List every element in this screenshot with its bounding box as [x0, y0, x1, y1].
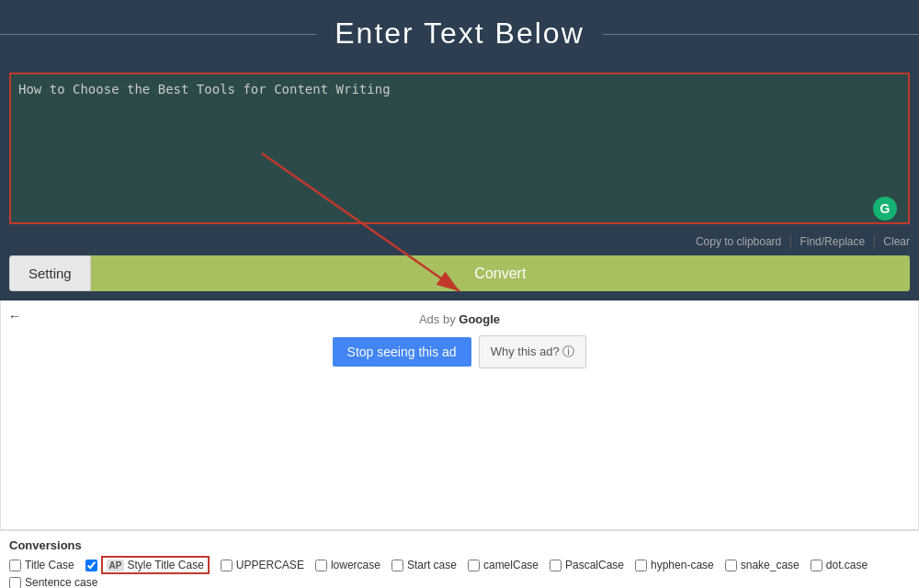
setting-button[interactable]: Setting	[9, 255, 91, 291]
toolbar: Copy to clipboard | Find/Replace | Clear	[0, 228, 919, 255]
ap-style-checkbox[interactable]	[85, 560, 97, 571]
title-case-checkbox[interactable]	[9, 560, 21, 571]
conversion-start-case: Start case	[391, 559, 457, 571]
hyphen-case-label[interactable]: hyphen-case	[651, 559, 714, 571]
snake-case-checkbox[interactable]	[725, 560, 737, 571]
clear-button[interactable]: Clear	[883, 235, 910, 248]
lowercase-label[interactable]: lowercase	[331, 559, 380, 571]
grammarly-icon: G	[873, 197, 897, 220]
conversion-lowercase: lowercase	[315, 559, 380, 571]
google-logo: Google	[459, 312, 500, 326]
ads-by-google-label: Ads by Google	[10, 312, 909, 326]
ap-badge: AP	[107, 560, 125, 571]
start-case-label[interactable]: Start case	[407, 559, 457, 571]
action-bar: Setting Convert	[0, 255, 919, 300]
toolbar-divider-2: |	[872, 233, 876, 250]
dot-case-checkbox[interactable]	[811, 560, 823, 571]
conversion-sentence-case: Sentence case	[9, 576, 97, 588]
ad-back-arrow[interactable]: ←	[8, 309, 21, 323]
uppercase-checkbox[interactable]	[221, 560, 233, 571]
title-case-label[interactable]: Title Case	[25, 559, 74, 571]
stop-seeing-ad-button[interactable]: Stop seeing this ad	[333, 337, 471, 367]
conversion-hyphen-case: hyphen-case	[635, 559, 714, 571]
conversion-snake-case: snake_case	[725, 559, 800, 571]
conversions-section: Conversions Title Case AP Style Title Ca…	[0, 530, 919, 588]
conversion-ap-style-title-case: AP Style Title Case	[85, 556, 210, 574]
lowercase-checkbox[interactable]	[315, 560, 327, 571]
main-text-input[interactable]: How to Choose the Best Tools for Content…	[9, 73, 910, 224]
sentence-case-checkbox[interactable]	[9, 577, 21, 589]
sentence-case-label[interactable]: Sentence case	[25, 576, 97, 588]
conversion-pascal-case: PascalCase	[550, 559, 624, 571]
snake-case-label[interactable]: snake_case	[741, 559, 800, 571]
ad-buttons-row: Stop seeing this ad Why this ad? ⓘ	[10, 335, 909, 368]
convert-button[interactable]: Convert	[91, 255, 910, 291]
ad-section: ← Ads by Google Stop seeing this ad Why …	[0, 300, 919, 530]
conversions-label: Conversions	[9, 538, 910, 552]
header: Enter Text Below	[0, 0, 919, 63]
start-case-checkbox[interactable]	[391, 560, 403, 571]
hyphen-case-checkbox[interactable]	[635, 560, 647, 571]
uppercase-label[interactable]: UPPERCASE	[236, 559, 304, 571]
ap-style-label[interactable]: AP Style Title Case	[101, 556, 210, 574]
textarea-section: How to Choose the Best Tools for Content…	[0, 63, 919, 228]
camel-case-checkbox[interactable]	[468, 560, 480, 571]
dot-case-label[interactable]: dot.case	[826, 559, 868, 571]
info-icon: ⓘ	[562, 345, 574, 358]
find-replace-button[interactable]: Find/Replace	[800, 235, 865, 248]
page-title: Enter Text Below	[335, 17, 584, 50]
pascal-case-checkbox[interactable]	[550, 560, 562, 571]
copy-to-clipboard-button[interactable]: Copy to clipboard	[696, 235, 781, 248]
toolbar-divider-1: |	[789, 233, 792, 250]
conversion-uppercase: UPPERCASE	[221, 559, 304, 571]
camel-case-label[interactable]: camelCase	[483, 559, 539, 571]
conversions-row: Title Case AP Style Title Case UPPERCASE…	[9, 556, 910, 574]
conversions-bottom-row: Sentence case	[9, 576, 910, 588]
conversion-dot-case: dot.case	[811, 559, 868, 571]
why-this-ad-button[interactable]: Why this ad? ⓘ	[479, 335, 587, 368]
conversion-camel-case: camelCase	[468, 559, 539, 571]
page-wrapper: Enter Text Below How to Choose the Best …	[0, 0, 919, 588]
pascal-case-label[interactable]: PascalCase	[565, 559, 624, 571]
conversion-title-case: Title Case	[9, 559, 74, 571]
textarea-wrapper: How to Choose the Best Tools for Content…	[9, 73, 910, 228]
